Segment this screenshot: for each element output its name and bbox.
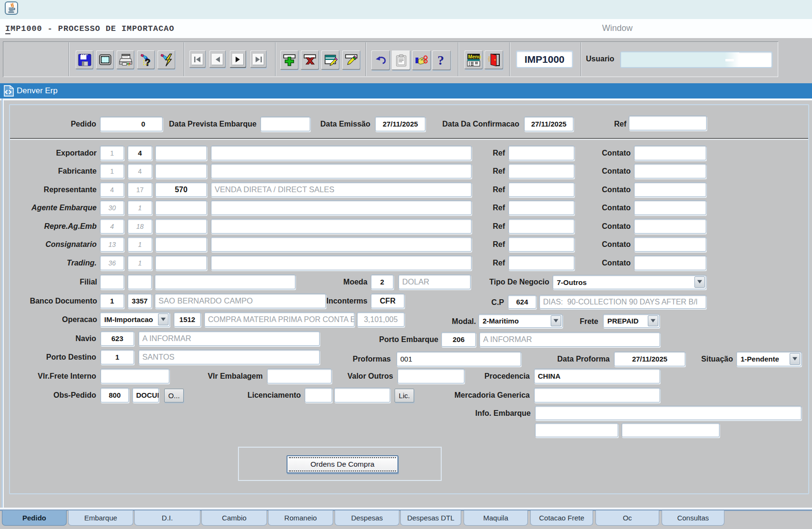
svg-text:?: ? — [145, 57, 150, 67]
svg-text:Menu: Menu — [468, 54, 481, 59]
svg-text:?: ? — [437, 53, 444, 68]
